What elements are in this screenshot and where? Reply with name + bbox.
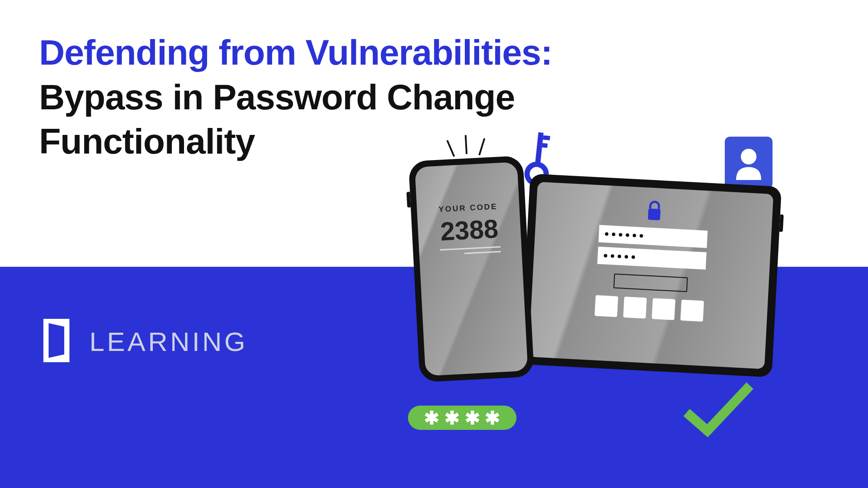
submit-button-outline [613,274,688,292]
title-line-2: Bypass in Password Change [39,75,733,120]
phone-code-label: YOUR CODE [438,202,498,214]
phone-code-value: 2388 [440,214,499,247]
svg-line-9 [466,135,467,154]
svg-line-8 [447,140,454,157]
svg-rect-4 [542,143,548,148]
title-line-1: Defending from Vulnerabilities: [39,30,733,75]
door-lock-icon [39,319,74,364]
phone-underline [440,246,501,259]
svg-line-10 [478,138,485,155]
user-avatar-icon [725,137,773,189]
brand-block: LEARNING [39,319,248,364]
pill-stars: ✱ ✱ ✱ ✱ [424,407,500,429]
phone-device: YOUR CODE 2388 [408,155,534,382]
lock-icon [645,200,664,224]
password-field-1 [598,225,708,248]
vibration-lines-icon [446,134,487,160]
svg-rect-3 [543,135,550,141]
illustration-group: YOUR CODE 2388 ✱ ✱ ✱ ✱ [321,137,842,462]
svg-rect-1 [51,341,53,345]
checkmark-icon [681,380,755,442]
brand-text: LEARNING [89,326,248,357]
svg-rect-2 [535,132,544,166]
svg-point-6 [741,149,756,164]
svg-rect-7 [648,208,661,220]
password-field-2 [597,247,707,270]
tablet-device [520,174,782,377]
asterisk-pill: ✱ ✱ ✱ ✱ [408,406,516,430]
code-squares [595,295,704,321]
